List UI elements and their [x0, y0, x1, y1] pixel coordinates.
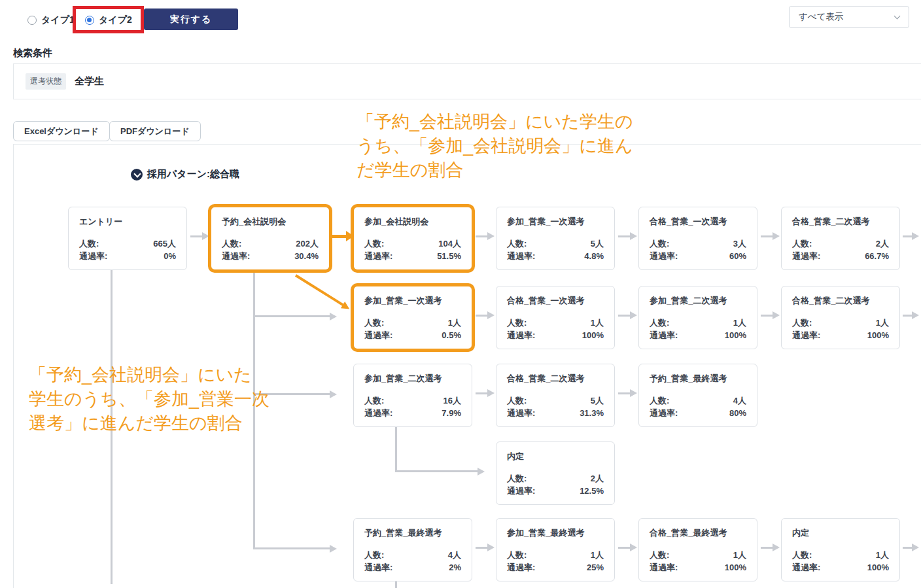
arrow-head-icon — [912, 544, 919, 551]
node-title: 合格_営業_二次選考 — [792, 295, 889, 307]
rate-label: 通過率: — [792, 250, 820, 262]
arrow-head-icon — [487, 389, 495, 397]
status-value: 全学生 — [75, 75, 104, 88]
rate-label: 通過率: — [792, 561, 820, 574]
search-conditions-box: 選考状態 全学生 — [13, 63, 921, 99]
arrow-head-icon — [773, 544, 780, 551]
filter-dropdown[interactable]: すべて表示 — [789, 6, 909, 28]
rate-value: 2% — [449, 561, 461, 574]
node-title: 参加_営業_一次選考 — [364, 295, 461, 307]
arrow-head-icon — [773, 232, 780, 240]
flow-arrow — [903, 315, 912, 317]
radio-unchecked-icon[interactable] — [27, 16, 37, 25]
count-value: 1人 — [591, 549, 604, 561]
flow-node: 参加_営業_二次選考人数:1人通過率:100% — [638, 286, 757, 349]
count-label: 人数: — [507, 472, 527, 485]
count-value: 1人 — [733, 549, 746, 561]
rate-label: 通過率: — [222, 250, 250, 262]
rate-value: 80% — [729, 407, 746, 419]
pattern-heading-label: 採用パターン:総合職 — [147, 168, 239, 181]
count-value: 1人 — [591, 317, 604, 329]
rate-label: 通過率: — [364, 561, 392, 574]
flow-node: 参加_営業_一次選考人数:5人通過率:4.8% — [496, 207, 615, 270]
rate-label: 通過率: — [650, 407, 678, 419]
count-label: 人数: — [507, 549, 527, 561]
arrow-head-icon — [330, 313, 337, 320]
flow-arrow — [618, 547, 630, 549]
run-button[interactable]: 実行する — [144, 9, 238, 30]
node-title: 内定 — [792, 527, 889, 539]
status-badge: 選考状態 — [26, 73, 66, 90]
pattern-heading[interactable]: 採用パターン:総合職 — [131, 168, 239, 181]
count-value: 1人 — [876, 317, 889, 329]
count-label: 人数: — [792, 317, 812, 329]
arrow-head-icon — [912, 311, 919, 319]
rate-value: 100% — [725, 561, 746, 574]
count-label: 人数: — [507, 317, 527, 329]
count-label: 人数: — [650, 317, 669, 329]
count-label: 人数: — [364, 549, 384, 561]
count-value: 104人 — [438, 237, 461, 250]
count-value: 665人 — [153, 237, 176, 250]
rate-label: 通過率: — [507, 250, 535, 262]
arrow-head-icon — [630, 544, 637, 551]
rate-value: 25% — [587, 561, 604, 574]
rate-label: 通過率: — [792, 329, 820, 341]
rate-label: 通過率: — [650, 561, 678, 574]
annotation-red-highlight-box: タイプ2 — [73, 6, 144, 33]
rate-value: 0.5% — [442, 329, 461, 341]
arrow-head-icon — [487, 232, 495, 240]
flow-node: 参加_会社説明会人数:104人通過率:51.5% — [353, 207, 472, 270]
flow-node: 合格_営業_二次選考人数:5人通過率:31.3% — [496, 364, 615, 427]
count-label: 人数: — [79, 237, 99, 250]
connector-bottom-stub — [395, 581, 397, 588]
arrow-head-icon — [773, 311, 780, 319]
rate-label: 通過率: — [364, 329, 392, 341]
excel-download-button[interactable]: Excelダウンロード — [13, 121, 110, 141]
node-title: 予約_会社説明会 — [222, 216, 319, 228]
rate-label: 通過率: — [364, 250, 392, 262]
rate-label: 通過率: — [507, 561, 535, 574]
flow-arrow — [332, 235, 346, 238]
radio-type1-label: タイプ1 — [41, 14, 75, 26]
rate-value: 12.5% — [580, 485, 604, 497]
pdf-download-button[interactable]: PDFダウンロード — [109, 121, 201, 141]
node-title: 参加_会社説明会 — [364, 216, 461, 228]
count-label: 人数: — [650, 549, 669, 561]
rate-label: 通過率: — [650, 250, 678, 262]
annotation-left: 「予約_会社説明会」にいた学生のうち、「参加_営業一次選考」に進んだ学生の割合 — [29, 363, 269, 436]
chevron-down-icon — [894, 13, 901, 20]
arrow-head-icon — [487, 311, 495, 319]
count-label: 人数: — [364, 237, 384, 250]
flow-arrow — [476, 547, 487, 549]
node-title: 合格_営業_一次選考 — [650, 216, 746, 228]
flow-node: 合格_営業_一次選考人数:1人通過率:100% — [496, 286, 615, 349]
count-value: 202人 — [296, 237, 319, 250]
node-title: エントリー — [79, 216, 176, 228]
node-title: 予約_営業_最終選考 — [650, 373, 746, 385]
radio-type2[interactable]: タイプ2 — [85, 14, 132, 26]
node-title: 合格_営業_最終選考 — [650, 527, 746, 539]
rate-value: 66.7% — [865, 250, 889, 262]
rate-value: 0% — [164, 250, 176, 262]
node-title: 参加_営業_一次選考 — [507, 216, 604, 228]
connector-naitei-elbow-h — [395, 470, 478, 472]
count-value: 3人 — [733, 237, 746, 250]
flow-arrow — [190, 235, 202, 237]
radio-type1[interactable]: タイプ1 — [27, 14, 75, 26]
connector-branch-row2 — [253, 315, 330, 317]
arrow-head-icon — [487, 544, 495, 551]
count-value: 4人 — [448, 549, 461, 561]
radio-checked-icon[interactable] — [85, 16, 94, 25]
arrow-head-icon — [330, 390, 337, 398]
flow-node: 内定人数:1人通過率:100% — [781, 518, 900, 581]
rate-value: 100% — [867, 329, 889, 341]
arrow-head-icon — [630, 311, 637, 319]
arrow-head-icon — [478, 468, 485, 476]
flow-node: 参加_営業_最終選考人数:1人通過率:25% — [496, 518, 615, 581]
flow-arrow — [903, 235, 912, 237]
arrow-head-icon — [202, 232, 209, 240]
rate-value: 100% — [725, 329, 746, 341]
rate-value: 31.3% — [580, 407, 604, 419]
flow-node: 合格_営業_一次選考人数:3人通過率:60% — [638, 207, 757, 270]
